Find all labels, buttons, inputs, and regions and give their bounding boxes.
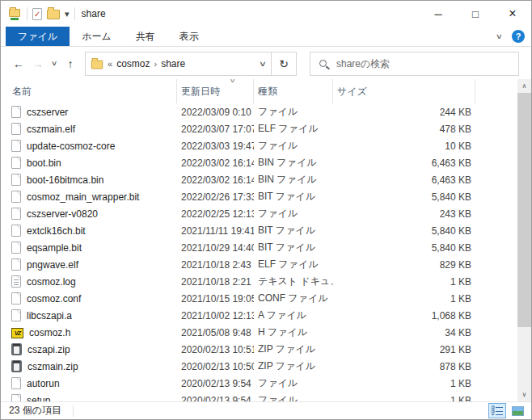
details-view-button[interactable]: [488, 403, 506, 418]
file-type: ファイル: [254, 393, 333, 401]
file-type: BIN ファイル: [254, 156, 333, 170]
search-input[interactable]: [310, 52, 518, 75]
breadcrumb-collapse-icon[interactable]: «: [108, 59, 112, 69]
file-name: boot.bin: [27, 158, 61, 169]
file-row[interactable]: cszmain.zip 2020/02/13 10:50 ZIP ファイル 87…: [1, 358, 517, 375]
file-row[interactable]: update-cosmoz-core 2022/03/03 19:47 ファイル…: [1, 137, 517, 154]
file-icon: [11, 377, 21, 389]
minimize-button[interactable]: ─: [420, 1, 457, 27]
column-header-type[interactable]: 種類: [254, 79, 333, 103]
file-row[interactable]: boot.bin 2022/03/02 16:14 BIN ファイル 6,463…: [1, 154, 517, 171]
address-bar[interactable]: « cosmoz › share ∨ ↻: [85, 52, 297, 76]
file-size: 5,840 KB: [333, 191, 475, 203]
file-icon: [11, 123, 21, 135]
file-type: BIT ファイル: [254, 241, 333, 254]
file-row[interactable]: eqsample.bit 2021/10/29 14:40 BIT ファイル 5…: [1, 239, 517, 256]
file-row[interactable]: libcszapi.a 2021/10/02 12:13 A ファイル 1,06…: [1, 307, 517, 324]
vertical-scrollbar[interactable]: ∧ ∨: [517, 79, 531, 401]
file-name: autorun: [27, 378, 60, 389]
scroll-up-icon[interactable]: ∧: [517, 79, 531, 93]
file-size: 829 KB: [333, 259, 475, 271]
navigation-bar: ← → ∨ ↑ « cosmoz › share ∨ ↻: [1, 48, 531, 79]
file-row[interactable]: cosmoz.h 2021/05/08 9:48 H ファイル 34 KB: [1, 324, 517, 341]
file-size: 1,068 KB: [333, 310, 475, 321]
file-row[interactable]: cszserver-v0820 2022/02/25 12:13 ファイル 24…: [1, 205, 517, 222]
file-row[interactable]: setup 2020/02/13 9:54 ファイル 1 KB: [1, 392, 517, 401]
titlebar: ▾ share ─ □ ×: [1, 1, 531, 27]
chevron-right-icon: ›: [154, 59, 157, 69]
help-button[interactable]: ?: [512, 30, 525, 43]
close-button[interactable]: ×: [494, 1, 531, 27]
file-date: 2020/02/13 10:50: [177, 361, 254, 372]
file-icon: [11, 208, 21, 220]
file-row[interactable]: cszmain.elf 2022/03/07 17:07 ELF ファイル 47…: [1, 120, 517, 137]
file-row[interactable]: cosmoz.conf 2021/10/15 19:05 CONF ファイル 1…: [1, 290, 517, 307]
file-type: ELF ファイル: [254, 258, 333, 271]
file-type: BIT ファイル: [254, 190, 333, 204]
file-row[interactable]: cosmoz_main_wrapper.bit 2022/02/26 17:33…: [1, 188, 517, 205]
file-type: A ファイル: [254, 309, 333, 322]
up-button[interactable]: ↑: [61, 52, 80, 75]
window-title: share: [82, 8, 106, 19]
column-header-size[interactable]: サイズ: [333, 79, 475, 103]
file-type: ZIP ファイル: [254, 359, 333, 373]
separator: [27, 7, 27, 20]
file-date: 2020/02/13 9:54: [177, 378, 254, 389]
column-header-date[interactable]: 更新日時 ∨: [177, 79, 254, 103]
column-headers: 名前 更新日時 ∨ 種類 サイズ: [1, 79, 517, 103]
file-row[interactable]: cosmoz.log 2021/10/18 2:21 テキスト ドキュメント 1…: [1, 273, 517, 290]
file-icon: [11, 157, 21, 169]
file-icon: [11, 258, 21, 271]
properties-icon[interactable]: [32, 8, 42, 20]
tab-share[interactable]: 共有: [124, 27, 167, 46]
file-name: cszmain.elf: [27, 124, 75, 135]
file-row[interactable]: extclk16ch.bit 2021/11/11 19:41 BIT ファイル…: [1, 222, 517, 239]
separator: [73, 405, 74, 417]
file-row[interactable]: pngwave.elf 2021/10/18 2:43 ELF ファイル 829…: [1, 256, 517, 273]
file-row[interactable]: cszapi.zip 2020/02/13 10:51 ZIP ファイル 291…: [1, 341, 517, 358]
collapse-ribbon-icon[interactable]: ∨: [496, 32, 503, 40]
thumbnails-view-button[interactable]: [509, 403, 526, 418]
breadcrumb: « cosmoz › share: [86, 58, 255, 69]
breadcrumb-segment-share[interactable]: share: [161, 58, 185, 69]
file-size: 244 KB: [333, 107, 475, 118]
quick-access-toolbar: ▾: [1, 7, 75, 20]
file-row[interactable]: autorun 2020/02/13 9:54 ファイル 1 KB: [1, 375, 517, 392]
file-name: libcszapi.a: [27, 310, 72, 321]
recent-locations-icon[interactable]: ∨: [45, 52, 63, 75]
file-date: 2021/10/18 2:21: [177, 276, 254, 288]
file-date: 2021/10/15 19:05: [177, 293, 254, 304]
file-icon: [11, 394, 21, 401]
breadcrumb-segment-cosmoz[interactable]: cosmoz: [116, 58, 150, 69]
tab-home[interactable]: ホーム: [70, 27, 124, 46]
file-row[interactable]: cszserver 2022/03/09 0:10 ファイル 244 KB: [1, 103, 517, 120]
new-folder-icon[interactable]: [47, 10, 60, 19]
file-name: cosmoz.h: [29, 327, 70, 338]
file-icon: [11, 225, 21, 237]
file-type: ELF ファイル: [254, 122, 333, 136]
scrollbar-thumb[interactable]: [517, 93, 531, 327]
details-view-icon: [492, 405, 504, 416]
customize-qat-dropdown-icon[interactable]: ▾: [65, 10, 70, 19]
file-date: 2020/02/13 10:51: [177, 344, 254, 355]
column-header-name[interactable]: 名前: [1, 79, 177, 103]
file-date: 2021/10/29 14:40: [177, 242, 254, 254]
tab-file[interactable]: ファイル: [6, 27, 70, 46]
file-date: 2022/03/02 16:14: [177, 174, 254, 186]
back-button[interactable]: ←: [9, 52, 28, 75]
file-size: 5,840 KB: [333, 242, 475, 254]
folder-icon: [91, 60, 103, 69]
file-size: 6,463 KB: [333, 174, 475, 186]
file-row[interactable]: boot-16bitmca.bin 2022/03/02 16:14 BIN フ…: [1, 171, 517, 188]
maximize-button[interactable]: □: [457, 1, 494, 27]
file-date: 2021/05/08 9:48: [177, 327, 254, 338]
tab-view[interactable]: 表示: [167, 27, 211, 46]
address-dropdown-icon[interactable]: ∨: [251, 60, 275, 68]
file-name: cosmoz.conf: [27, 293, 81, 304]
file-type: ファイル: [254, 376, 333, 390]
item-count: 23 個の項目: [1, 404, 61, 418]
file-type: BIT ファイル: [254, 224, 333, 237]
file-type: ファイル: [254, 207, 333, 220]
file-icon: [11, 343, 22, 355]
scroll-down-icon[interactable]: ∨: [517, 388, 531, 401]
